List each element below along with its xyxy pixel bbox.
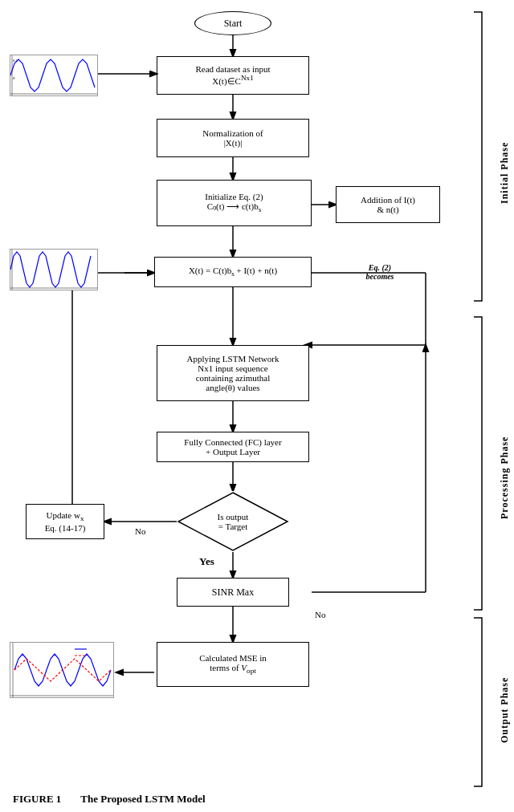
main-container: Start Read dataset as input X(t)∈CNx1 No… xyxy=(0,0,514,812)
decision-node: Is output = Target xyxy=(177,491,289,552)
init-label2: C₀(t) ⟶ c(t)bs xyxy=(205,201,263,213)
sinr-max-node: SINR Max xyxy=(177,578,289,607)
fc-label1: Fully Connected (FC) layer xyxy=(184,437,281,447)
addition-label1: Addition of I(t) xyxy=(361,195,415,205)
initialize-node: Initialize Eq. (2) C₀(t) ⟶ c(t)bs xyxy=(157,180,312,226)
decision-label1: Is output xyxy=(218,512,249,522)
normalization-node: Normalization of |X(t)| xyxy=(157,119,309,157)
lstm-label2: Nx1 input sequence xyxy=(187,363,279,373)
sinr-label: SINR Max xyxy=(212,587,254,599)
waveform-top-svg: 0.5 0 xyxy=(10,55,97,95)
initial-phase-label: Initial Phase xyxy=(499,48,511,297)
no-label-decision: No xyxy=(135,526,145,536)
svg-rect-31 xyxy=(10,643,113,697)
eq2-becomes-label: Eq. (2) becomes xyxy=(352,263,408,281)
xt-eq-label: X(t) = C(t)bs + I(t) + n(t) xyxy=(189,266,277,278)
waveform-mid xyxy=(10,249,98,290)
norm-label1: Normalization of xyxy=(202,128,263,138)
figure-id: FIGURE 1 xyxy=(13,793,61,806)
yes-label: Yes xyxy=(199,555,214,568)
waveform-bottom-svg xyxy=(10,643,113,697)
waveform-top: 0.5 0 xyxy=(10,55,98,96)
figure-title: The Proposed LSTM Model xyxy=(80,793,205,806)
processing-phase-label: Processing Phase xyxy=(499,345,511,610)
output-phase-label: Output Phase xyxy=(499,634,511,786)
lstm-label1: Applying LSTM Network xyxy=(187,354,279,363)
update-wx-node: Update wx Eq. (14-17) xyxy=(26,504,104,539)
fc-layer-node: Fully Connected (FC) layer + Output Laye… xyxy=(157,432,309,462)
addition-node: Addition of I(t) & n(t) xyxy=(336,186,440,223)
mse-label1: Calculated MSE in xyxy=(199,653,267,663)
no-label-sinr: No xyxy=(315,610,325,619)
calc-mse-node: Calculated MSE in terms of Vopt xyxy=(157,642,309,687)
read-dataset-label: Read dataset as input xyxy=(195,64,270,74)
init-label1: Initialize Eq. (2) xyxy=(205,192,263,201)
update-wx-label2: Eq. (14-17) xyxy=(45,523,86,533)
figure-caption: FIGURE 1 The Proposed LSTM Model xyxy=(13,793,206,806)
waveform-bottom xyxy=(10,642,114,698)
lstm-label3: containing azimuthal xyxy=(187,373,279,383)
addition-label2: & n(t) xyxy=(361,205,415,214)
lstm-label4: angle(θ) values xyxy=(187,383,279,392)
norm-label2: |X(t)| xyxy=(202,138,263,148)
read-dataset-node: Read dataset as input X(t)∈CNx1 xyxy=(157,56,309,95)
fc-label2: + Output Layer xyxy=(184,447,281,457)
lstm-node: Applying LSTM Network Nx1 input sequence… xyxy=(157,345,309,401)
mse-label2: terms of Vopt xyxy=(199,663,267,675)
waveform-mid-svg xyxy=(10,250,97,290)
xt-equation-node: X(t) = C(t)bs + I(t) + n(t) xyxy=(154,257,312,287)
start-node: Start xyxy=(194,11,271,35)
read-dataset-formula: X(t)∈CNx1 xyxy=(195,74,270,87)
svg-text:0.5: 0.5 xyxy=(13,59,18,63)
start-label: Start xyxy=(224,18,243,30)
update-wx-label1: Update wx xyxy=(45,510,86,522)
decision-label2: = Target xyxy=(218,522,249,531)
